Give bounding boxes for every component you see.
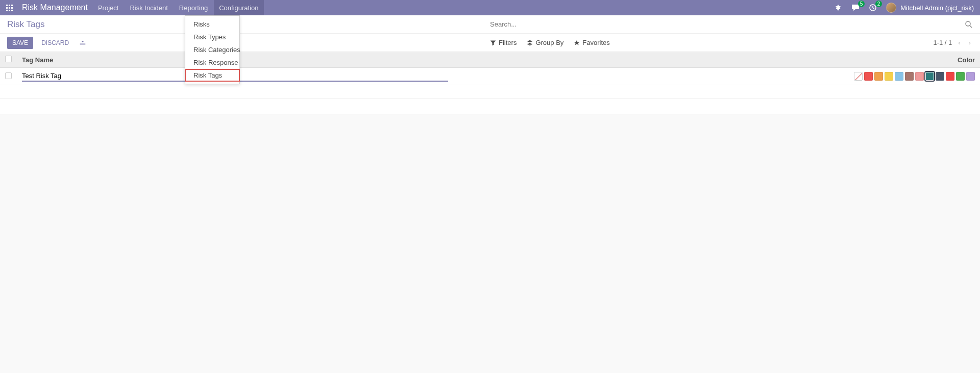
- group-by-button[interactable]: Group By: [527, 39, 564, 46]
- col-header-name[interactable]: Tag Name: [17, 52, 755, 68]
- table-row[interactable]: [0, 68, 980, 85]
- spacer-row-2: [0, 99, 980, 114]
- filters-label: Filters: [499, 39, 517, 46]
- apps-icon[interactable]: [6, 5, 13, 11]
- top-navbar: Risk Management Project Risk Incident Re…: [0, 0, 980, 15]
- color-swatch-3[interactable]: [885, 72, 893, 81]
- nav-left: Risk Management Project Risk Incident Re…: [6, 0, 834, 15]
- favorites-button[interactable]: Favorites: [574, 39, 609, 46]
- color-swatch-4[interactable]: [895, 72, 903, 81]
- color-swatch-11[interactable]: [966, 72, 975, 81]
- col-header-color[interactable]: Color: [755, 52, 980, 68]
- nav-item-project[interactable]: Project: [97, 0, 119, 15]
- spacer-row: [0, 85, 980, 99]
- search-input[interactable]: [490, 20, 965, 28]
- color-swatch-2[interactable]: [874, 72, 883, 81]
- favorites-label: Favorites: [582, 39, 609, 46]
- funnel-icon: [490, 40, 496, 46]
- pager-range: 1-1 / 1: [933, 39, 952, 46]
- color-swatch-9[interactable]: [946, 72, 954, 81]
- control-panel-top: Risk Tags: [0, 15, 980, 34]
- color-swatch-6[interactable]: [915, 72, 924, 81]
- dropdown-item-risk-response[interactable]: Risk Response: [185, 56, 239, 69]
- color-swatch-5[interactable]: [905, 72, 914, 81]
- user-menu[interactable]: Mitchell Admin (pjct_risk): [886, 3, 974, 13]
- search-icon[interactable]: [965, 20, 973, 29]
- table-header-row: Tag Name Color: [0, 52, 980, 68]
- control-panel-bottom: SAVE DISCARD Filters Group By Favorites …: [0, 34, 980, 52]
- user-name: Mitchell Admin (pjct_risk): [900, 4, 974, 12]
- color-swatch-7[interactable]: [925, 72, 934, 81]
- pager-next[interactable]: ›: [967, 38, 973, 47]
- messages-badge: 5: [858, 1, 865, 7]
- star-icon: [574, 40, 580, 46]
- nav-right: 5 2 Mitchell Admin (pjct_risk): [834, 3, 974, 13]
- layers-icon: [527, 40, 533, 46]
- breadcrumb: Risk Tags: [7, 19, 490, 30]
- activities-icon[interactable]: 2: [869, 4, 877, 12]
- color-swatch-8[interactable]: [936, 72, 944, 81]
- dropdown-item-risk-types[interactable]: Risk Types: [185, 31, 239, 43]
- search-area: [490, 20, 973, 29]
- row-checkbox[interactable]: [5, 72, 12, 79]
- dropdown-item-risks[interactable]: Risks: [185, 18, 239, 31]
- svg-point-1: [966, 21, 970, 26]
- color-swatch-0[interactable]: [854, 72, 863, 81]
- configuration-dropdown: Risks Risk Types Risk Categories Risk Re…: [185, 15, 240, 84]
- dropdown-item-risk-tags[interactable]: Risk Tags: [185, 69, 240, 82]
- list-table: Tag Name Color: [0, 52, 980, 85]
- export-icon[interactable]: [77, 36, 88, 49]
- avatar: [886, 3, 896, 13]
- color-swatch-1[interactable]: [864, 72, 873, 81]
- color-swatch-10[interactable]: [956, 72, 965, 81]
- color-picker-cell: [755, 68, 980, 85]
- cp-left: SAVE DISCARD: [7, 36, 490, 49]
- select-all-checkbox[interactable]: [5, 56, 12, 62]
- pager: 1-1 / 1 ‹ ›: [933, 38, 973, 47]
- filters-button[interactable]: Filters: [490, 39, 517, 46]
- group-by-label: Group By: [535, 39, 564, 46]
- brand-title[interactable]: Risk Management: [22, 3, 88, 12]
- activities-badge: 2: [875, 1, 883, 7]
- save-button[interactable]: SAVE: [7, 37, 33, 49]
- nav-item-risk-incident[interactable]: Risk Incident: [129, 0, 168, 15]
- dropdown-item-risk-categories[interactable]: Risk Categories: [185, 43, 239, 56]
- nav-item-reporting[interactable]: Reporting: [178, 0, 209, 15]
- debug-icon[interactable]: [834, 4, 842, 12]
- messages-icon[interactable]: 5: [851, 4, 860, 12]
- svg-line-2: [970, 26, 972, 28]
- discard-button[interactable]: DISCARD: [36, 37, 74, 49]
- pager-prev[interactable]: ‹: [956, 38, 962, 47]
- nav-item-configuration[interactable]: Configuration: [214, 0, 263, 15]
- cp-right: Filters Group By Favorites 1-1 / 1 ‹ ›: [490, 38, 973, 47]
